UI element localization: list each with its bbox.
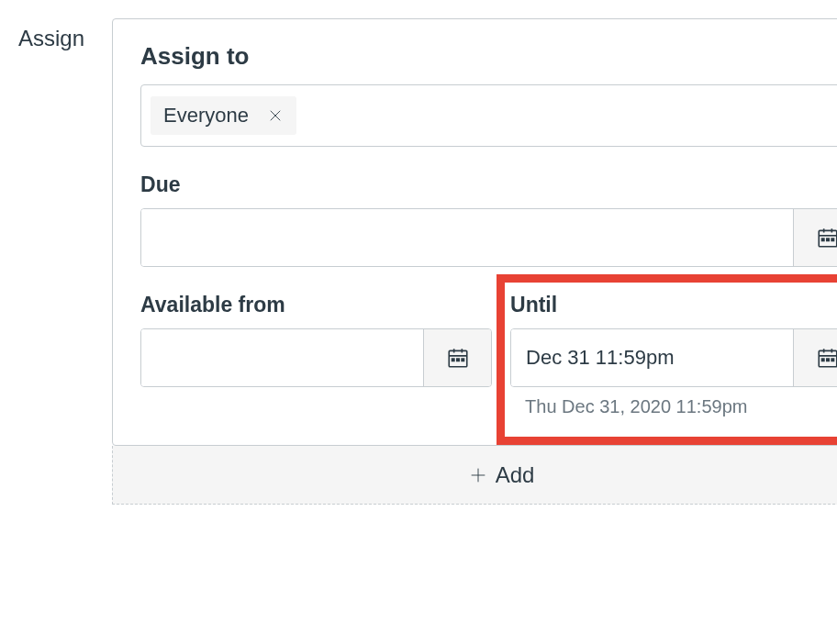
add-label: Add [496,462,535,488]
until-field [510,328,837,387]
due-label: Due [140,172,837,197]
until-label: Until [510,293,837,317]
assign-panel: Assign Assign to Everyone Due [18,18,819,505]
assign-card: Assign to Everyone Due [112,18,837,446]
available-from-calendar-button[interactable] [423,329,491,386]
due-date-input[interactable] [141,209,793,266]
until-col: Until [510,293,837,417]
close-icon [267,107,284,124]
svg-rect-22 [831,359,833,361]
svg-rect-20 [821,359,823,361]
plus-icon [468,465,488,485]
calendar-icon [816,346,837,370]
assign-to-input[interactable]: Everyone [140,84,837,147]
until-calendar-button[interactable] [793,329,837,386]
available-from-col: Available from [140,293,492,417]
available-from-label: Available from [140,293,492,317]
remove-tag-button[interactable] [267,107,284,124]
until-hint: Thu Dec 31, 2020 11:59pm [510,396,837,417]
due-date-field [140,208,837,267]
svg-rect-6 [821,239,823,240]
add-button[interactable]: Add [112,446,837,505]
calendar-icon [816,226,837,250]
assignee-tag-label: Everyone [163,104,249,128]
due-calendar-button[interactable] [793,209,837,266]
svg-rect-7 [826,239,828,240]
due-section: Due [140,172,837,267]
svg-rect-13 [452,359,453,361]
card-wrapper: Assign to Everyone Due [112,18,837,505]
svg-rect-15 [462,359,463,361]
assignee-tag: Everyone [151,96,296,135]
assign-to-label: Assign to [140,42,837,71]
available-from-input[interactable] [141,329,423,386]
calendar-icon [446,346,470,370]
svg-rect-8 [831,239,833,240]
available-from-field [140,328,492,387]
assign-side-label: Assign [18,18,84,505]
until-input[interactable] [511,329,793,386]
svg-rect-14 [456,359,458,361]
svg-rect-21 [826,359,828,361]
availability-row: Available from [140,293,837,417]
